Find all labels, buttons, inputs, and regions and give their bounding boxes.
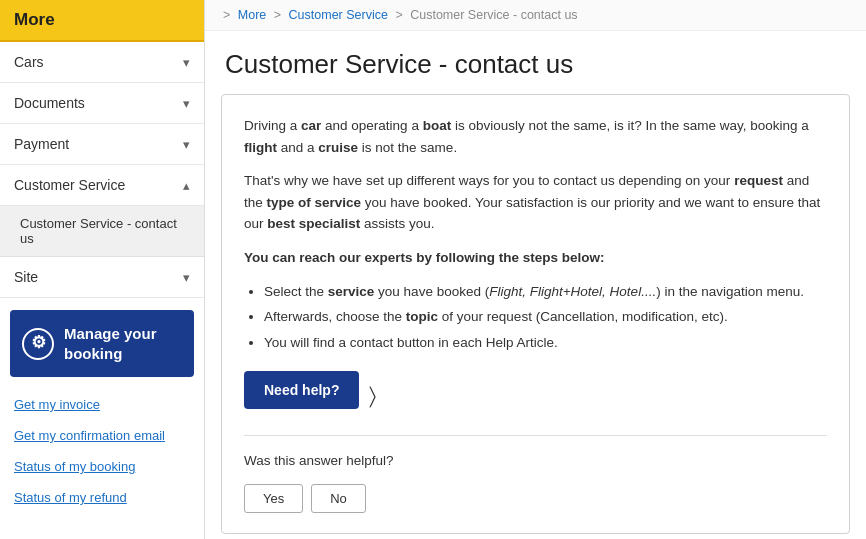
breadcrumb-separator: > (223, 8, 230, 22)
paragraph-2: That's why we have set up different ways… (244, 170, 827, 235)
chevron-down-icon: ▾ (183, 137, 190, 152)
yes-button[interactable]: Yes (244, 484, 303, 513)
breadcrumb-customer-service[interactable]: Customer Service (289, 8, 388, 22)
helpful-buttons: Yes No (244, 484, 827, 513)
need-help-button[interactable]: Need help? (244, 371, 359, 409)
sidebar-item-label: Site (14, 269, 38, 285)
p1-text2: and operating a (321, 118, 422, 133)
sidebar: More Cars ▾ Documents ▾ Payment ▾ Custom… (0, 0, 205, 539)
sidebar-item-label: Customer Service (14, 177, 125, 193)
sidebar-item-label: Cars (14, 54, 44, 70)
p1-text5: is not the same. (358, 140, 457, 155)
page-title: Customer Service - contact us (205, 31, 866, 94)
p1-text1: Driving a (244, 118, 301, 133)
p1-bold4: cruise (318, 140, 358, 155)
steps-list: Select the service you have booked (Flig… (264, 281, 827, 354)
p1-bold3: flight (244, 140, 277, 155)
no-button[interactable]: No (311, 484, 366, 513)
sidebar-item-documents[interactable]: Documents ▾ (0, 83, 204, 124)
p2-text4: assists you. (360, 216, 434, 231)
sidebar-header: More (0, 0, 204, 42)
sidebar-item-label: Payment (14, 136, 69, 152)
gear-icon: ⚙ (22, 328, 54, 360)
p1-bold2: boat (423, 118, 452, 133)
breadcrumb-more[interactable]: More (238, 8, 266, 22)
get-invoice-link[interactable]: Get my invoice (0, 389, 204, 420)
paragraph-1: Driving a car and operating a boat is ob… (244, 115, 827, 158)
refund-status-link[interactable]: Status of my refund (0, 482, 204, 513)
p2-text1: That's why we have set up different ways… (244, 173, 734, 188)
sidebar-item-customer-service[interactable]: Customer Service ▴ (0, 165, 204, 206)
manage-booking-button[interactable]: ⚙ Manage your booking (10, 310, 194, 377)
main-content: > More > Customer Service > Customer Ser… (205, 0, 866, 539)
sidebar-item-cars[interactable]: Cars ▾ (0, 42, 204, 83)
chevron-down-icon: ▾ (183, 96, 190, 111)
sidebar-item-payment[interactable]: Payment ▾ (0, 124, 204, 165)
breadcrumb-sep2: > (395, 8, 402, 22)
step-3: You will find a contact button in each H… (264, 332, 827, 354)
p2-bold3: best specialist (267, 216, 360, 231)
chevron-up-icon: ▴ (183, 178, 190, 193)
sidebar-subitem-contact[interactable]: Customer Service - contact us (0, 206, 204, 257)
helpful-text: Was this answer helpful? (244, 450, 827, 472)
steps-heading: You can reach our experts by following t… (244, 247, 827, 269)
step-1: Select the service you have booked (Flig… (264, 281, 827, 303)
sidebar-item-label: Documents (14, 95, 85, 111)
get-confirmation-link[interactable]: Get my confirmation email (0, 420, 204, 451)
p1-bold1: car (301, 118, 321, 133)
breadcrumb: > More > Customer Service > Customer Ser… (205, 0, 866, 31)
manage-booking-label: Manage your booking (64, 324, 182, 363)
breadcrumb-current: Customer Service - contact us (410, 8, 577, 22)
sidebar-subitem-label: Customer Service - contact us (20, 216, 177, 246)
cursor-icon: 〉 (369, 383, 376, 409)
breadcrumb-sep1: > (274, 8, 281, 22)
chevron-down-icon: ▾ (183, 55, 190, 70)
sidebar-item-site[interactable]: Site ▾ (0, 257, 204, 298)
step-2: Afterwards, choose the topic of your req… (264, 306, 827, 328)
p2-bold2: type of service (267, 195, 362, 210)
p2-bold1: request (734, 173, 783, 188)
need-help-row: Need help? 〉 (244, 371, 827, 417)
sidebar-header-label: More (14, 10, 55, 29)
content-card: Driving a car and operating a boat is ob… (221, 94, 850, 534)
booking-status-link[interactable]: Status of my booking (0, 451, 204, 482)
chevron-down-icon: ▾ (183, 270, 190, 285)
helpful-section: Was this answer helpful? Yes No (244, 435, 827, 513)
p1-text4: and a (277, 140, 318, 155)
p1-text3: is obviously not the same, is it? In the… (451, 118, 809, 133)
